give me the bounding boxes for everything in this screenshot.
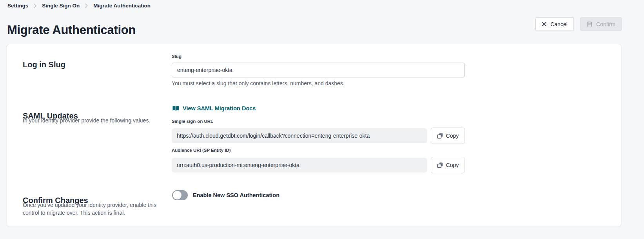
enable-sso-toggle[interactable] [172, 190, 188, 200]
enable-sso-toggle-label: Enable New SSO Authentication [193, 192, 279, 198]
slug-field-label: Slug [172, 54, 181, 59]
audience-uri-field[interactable]: urn:auth0:us-production-mt:enteng-enterp… [172, 158, 427, 173]
breadcrumb-item-migrate-authentication: Migrate Authentication [93, 3, 151, 9]
breadcrumb-item-settings[interactable]: Settings [7, 3, 28, 9]
chevron-right-icon [85, 4, 88, 8]
cancel-button[interactable]: Cancel [535, 17, 574, 31]
view-saml-migration-docs-link[interactable]: View SAML Migration Docs [172, 105, 256, 111]
migrate-authentication-card: Log in Slug Slug You must select a slug … [7, 44, 621, 227]
migrate-authentication-page: { "breadcrumb": { "items": [ { "label": … [0, 0, 644, 239]
copy-icon [437, 162, 443, 168]
toggle-knob [173, 191, 181, 199]
chevron-right-icon [33, 4, 37, 8]
cancel-button-label: Cancel [550, 21, 568, 27]
sso-url-label: Single sign-on URL [172, 119, 213, 124]
copy-button-label: Copy [446, 133, 459, 139]
docs-link-label: View SAML Migration Docs [183, 105, 256, 111]
copy-button-label: Copy [446, 162, 459, 168]
close-icon [542, 22, 547, 27]
confirm-changes-subtitle: Once you’ve updated your identity provid… [23, 201, 159, 217]
saml-updates-subtitle: In your identity provider provide the fo… [23, 117, 150, 124]
page-title: Migrate Authentication [7, 23, 136, 37]
slug-input[interactable] [172, 63, 465, 77]
login-slug-heading: Log in Slug [23, 60, 65, 69]
confirm-button-label: Confirm [596, 21, 615, 27]
save-icon [587, 21, 593, 27]
breadcrumb: Settings Single Sign On Migrate Authenti… [7, 3, 151, 9]
breadcrumb-item-single-sign-on[interactable]: Single Sign On [42, 3, 80, 9]
copy-audience-uri-button[interactable]: Copy [431, 157, 465, 173]
audience-uri-label: Audience URI (SP Entity ID) [172, 148, 231, 153]
header-actions: Cancel Confirm [535, 17, 622, 31]
slug-helper-text: You must select a slug that only contain… [172, 80, 345, 86]
sso-url-field[interactable]: https://auth.cloud.getdbt.com/login/call… [172, 128, 427, 143]
copy-sso-url-button[interactable]: Copy [431, 128, 465, 144]
copy-icon [437, 133, 443, 139]
book-icon [172, 106, 179, 111]
confirm-button[interactable]: Confirm [580, 17, 622, 31]
